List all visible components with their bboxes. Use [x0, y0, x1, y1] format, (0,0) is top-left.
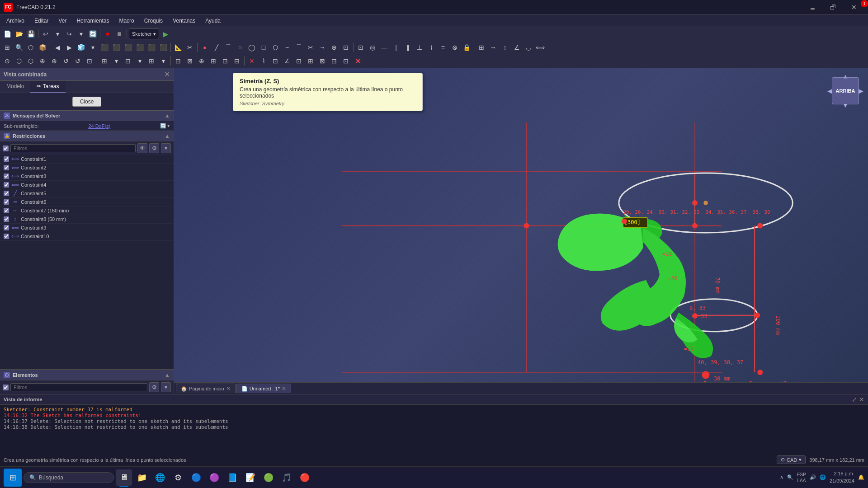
constraints-filter-input[interactable]: [10, 144, 136, 152]
view-back[interactable]: ⬛: [158, 42, 169, 53]
zoom-fit-btn[interactable]: ⊞: [2, 42, 13, 53]
view-top[interactable]: ⬛: [99, 42, 110, 53]
line-btn[interactable]: ╱: [211, 42, 222, 53]
open-button[interactable]: 📂: [14, 28, 24, 39]
nav-fwd[interactable]: ▶: [64, 42, 75, 53]
more-btn-4[interactable]: ⊡: [340, 56, 351, 66]
new-button[interactable]: 📄: [2, 28, 13, 39]
constraint6-check[interactable]: [4, 199, 9, 205]
sym-btn-3[interactable]: ⊡: [270, 56, 281, 66]
constraints-filter-check[interactable]: [3, 145, 9, 151]
fillet-btn[interactable]: ⌒: [293, 42, 304, 53]
taskbar-teams-app[interactable]: 🟢: [260, 469, 277, 486]
constrain-equal-btn[interactable]: =: [438, 42, 448, 53]
external-btn[interactable]: ⊡: [340, 42, 351, 53]
sk-btn-8[interactable]: ⊡: [84, 56, 95, 66]
taskbar-settings-app[interactable]: ⚙: [170, 469, 186, 486]
network-icon[interactable]: 🌐: [820, 474, 826, 480]
sym-btn-2[interactable]: ⌇: [258, 56, 269, 66]
stop-square[interactable]: ■: [114, 28, 125, 39]
elements-filter-check[interactable]: [3, 385, 9, 390]
spline-btn[interactable]: ~: [282, 42, 292, 53]
dim-dist-btn[interactable]: ⟺: [535, 42, 546, 53]
sk-btn-4[interactable]: ⊕: [37, 56, 48, 66]
split-btn[interactable]: ⊕: [329, 42, 340, 53]
elements-filter-input[interactable]: [10, 383, 147, 391]
elements-settings-btn[interactable]: ⚙: [149, 382, 159, 392]
view-front[interactable]: ⬛: [111, 42, 122, 53]
constr-extra-5[interactable]: ⊡: [220, 56, 231, 66]
view-btn-1[interactable]: ⬡: [25, 42, 36, 53]
viewport[interactable]: Simetría (Z, S) Crea una geometría simét…: [174, 68, 868, 394]
panel-close-icon[interactable]: ✕: [164, 70, 170, 79]
notification-icon[interactable]: 🔔: [858, 474, 864, 480]
dof-link[interactable]: 24 DoF(s): [88, 123, 110, 129]
log-popout-btn[interactable]: ⤢: [852, 396, 857, 403]
constraint9-check[interactable]: [4, 225, 9, 230]
constraint1-check[interactable]: [4, 156, 9, 162]
constraints-more-btn[interactable]: ▾: [161, 143, 171, 153]
point-btn[interactable]: ●: [199, 42, 210, 53]
constraint4-check[interactable]: [4, 182, 9, 188]
constrain-perp-btn[interactable]: ⊥: [414, 42, 425, 53]
sk-btn-1[interactable]: ⊙: [2, 56, 13, 66]
grid-dropdown[interactable]: ▾: [111, 56, 122, 66]
poly-btn[interactable]: ⬡: [270, 42, 281, 53]
taskbar-explorer-app[interactable]: 📁: [134, 469, 150, 486]
constrain-horiz-btn[interactable]: —: [379, 42, 390, 53]
save-button[interactable]: 💾: [25, 28, 36, 39]
workbench-selector[interactable]: Sketcher ▾: [129, 28, 159, 39]
undo-dropdown[interactable]: ▾: [52, 28, 63, 39]
snap-dropdown[interactable]: ▾: [134, 56, 145, 66]
play-button[interactable]: ▶: [160, 28, 171, 39]
menu-croquis[interactable]: Croquis: [140, 16, 167, 26]
more-btn-3[interactable]: ⊡: [329, 56, 340, 66]
copy-btn[interactable]: ⊡: [293, 56, 304, 66]
dim-lock-btn[interactable]: ⊞: [476, 42, 487, 53]
constr-extra-2[interactable]: ⊠: [184, 56, 195, 66]
tab-homepage[interactable]: 🏠 Página de inicio ✕: [176, 384, 236, 393]
constraint7-check[interactable]: [4, 208, 9, 213]
angle-dim-btn[interactable]: ∠: [282, 56, 292, 66]
dim-horiz-btn[interactable]: ↔: [488, 42, 499, 53]
view-3d-dropdown[interactable]: ▾: [87, 42, 98, 53]
undo-button[interactable]: ↩: [40, 28, 51, 39]
constraint5-check[interactable]: [4, 191, 9, 196]
system-clock[interactable]: 2:18 p.m. 21/09/2024: [830, 470, 854, 484]
menu-editar[interactable]: Editar: [30, 16, 53, 26]
taskbar-winword-app[interactable]: 📘: [224, 469, 241, 486]
taskbar-media-app[interactable]: 🎵: [278, 469, 295, 486]
systray-search-icon[interactable]: 🔍: [787, 474, 793, 480]
arc-btn[interactable]: ⌒: [223, 42, 234, 53]
trim-btn[interactable]: ✂: [305, 42, 316, 53]
dim-vert-btn[interactable]: ↕: [500, 42, 510, 53]
view-3d[interactable]: 🧊: [75, 42, 86, 53]
constrain-fix-btn[interactable]: ⊡: [355, 42, 366, 53]
elements-more-btn[interactable]: ▾: [161, 382, 171, 392]
more-btn-1[interactable]: ⊞: [305, 56, 316, 66]
maximize-button[interactable]: 🗗: [823, 0, 844, 14]
close-sketch-btn[interactable]: ✕: [352, 56, 363, 66]
close-button[interactable]: Close: [72, 97, 102, 107]
constraints-collapse-icon[interactable]: ▲: [165, 133, 170, 139]
tab-modelo[interactable]: Modelo: [0, 81, 30, 93]
minimize-button[interactable]: 🗕: [802, 0, 823, 14]
dim-angle-btn[interactable]: ∠: [511, 42, 522, 53]
solver-collapse-icon[interactable]: ▲: [165, 113, 170, 119]
log-close-btn[interactable]: ✕: [859, 396, 864, 403]
nav-back[interactable]: ◀: [52, 42, 63, 53]
view-bottom[interactable]: ⬛: [146, 42, 157, 53]
view-right[interactable]: ⬛: [123, 42, 133, 53]
elements-collapse-icon[interactable]: ▲: [165, 372, 170, 378]
sk-btn-3[interactable]: ⬡: [25, 56, 36, 66]
constrain-par-btn[interactable]: ∥: [402, 42, 413, 53]
constraint8-check[interactable]: [4, 216, 9, 222]
redo-button[interactable]: ↪: [64, 28, 75, 39]
menu-ver[interactable]: Ver: [54, 16, 71, 26]
constrain-vert-btn[interactable]: |: [391, 42, 401, 53]
sym-btn[interactable]: ✕: [246, 56, 257, 66]
constrain-sym-btn[interactable]: ⊗: [449, 42, 460, 53]
redo-dropdown[interactable]: ▾: [75, 28, 86, 39]
grid-btn[interactable]: ⊞: [99, 56, 110, 66]
cad-badge[interactable]: ⊙ CAD ▾: [777, 455, 806, 464]
